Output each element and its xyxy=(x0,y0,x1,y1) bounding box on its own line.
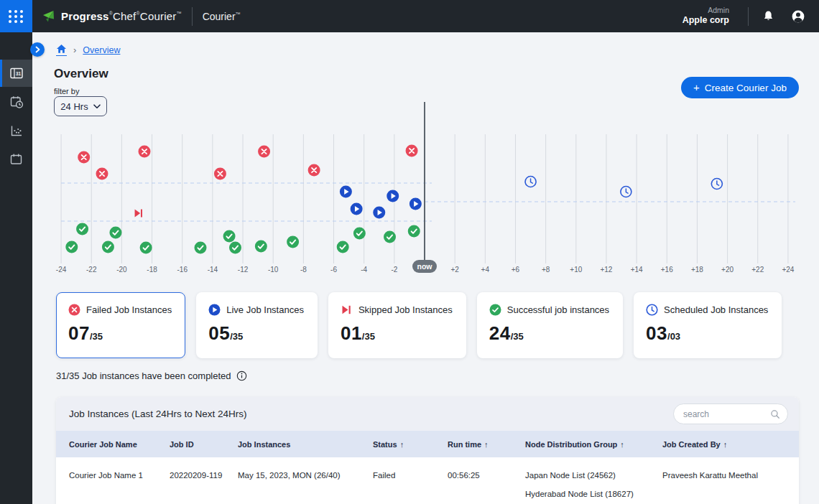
breadcrumb: › Overview xyxy=(56,44,120,56)
stat-total: /35 xyxy=(362,331,375,342)
failed-marker-icon[interactable] xyxy=(139,146,151,158)
live-marker-icon[interactable] xyxy=(373,207,385,219)
search-input[interactable] xyxy=(683,409,770,419)
svg-text:+8: +8 xyxy=(542,266,550,274)
failed-marker-icon[interactable] xyxy=(406,145,418,157)
notifications-button[interactable] xyxy=(753,0,783,32)
table-title: Job Instances (Last 24Hrs to Next 24Hrs) xyxy=(69,409,247,419)
successful-marker-icon[interactable] xyxy=(65,241,78,253)
breadcrumb-current-link[interactable]: Overview xyxy=(83,45,120,55)
column-header-job-id[interactable]: Job ID xyxy=(170,440,238,449)
skipped-marker-icon[interactable] xyxy=(135,210,142,218)
cell-run-time: 00:56:25 xyxy=(448,470,525,481)
account-button[interactable] xyxy=(783,0,813,32)
failed-marker-icon[interactable] xyxy=(96,168,108,180)
successful-marker-icon[interactable] xyxy=(337,241,349,253)
svg-text:-6: -6 xyxy=(330,266,337,274)
failed-marker-icon[interactable] xyxy=(214,168,226,180)
live-marker-icon[interactable] xyxy=(387,190,399,202)
home-icon xyxy=(56,44,67,54)
column-header-status[interactable]: Status↑ xyxy=(373,440,448,449)
sidebar-item-scheduled-jobs[interactable] xyxy=(0,88,32,116)
successful-marker-icon[interactable] xyxy=(76,223,88,235)
table-column-headers: Courier Job Name Job ID Job Instances St… xyxy=(56,431,799,457)
sidebar-item-job-metrics[interactable] xyxy=(0,117,32,144)
column-header-courier-job-name[interactable]: Courier Job Name xyxy=(69,440,170,449)
scheduled-marker-icon[interactable] xyxy=(525,177,536,187)
sort-ascending-icon[interactable]: ↑ xyxy=(620,440,624,449)
now-badge: now xyxy=(412,260,437,273)
user-identity: Admin Apple corp xyxy=(682,6,729,27)
successful-marker-icon[interactable] xyxy=(229,242,241,254)
successful-marker-icon[interactable] xyxy=(195,242,207,254)
scheduled-marker-icon[interactable] xyxy=(621,187,631,197)
cell-node-distribution-group: Japan Node List (24562)Hyderabad Node Li… xyxy=(525,470,662,500)
info-icon[interactable] xyxy=(236,370,247,381)
table-row[interactable]: Courier Job Name 1 20220209-119 May 15, … xyxy=(56,457,799,500)
successful-marker-icon[interactable] xyxy=(109,227,121,239)
page-title: Overview xyxy=(54,67,108,81)
successful-marker-icon[interactable] xyxy=(223,230,236,243)
stat-value: 03 xyxy=(646,322,667,344)
stat-card-successful[interactable]: Successful job instances 24/35 xyxy=(477,292,623,358)
stat-card-live[interactable]: Live Job Instances 05/35 xyxy=(196,292,318,358)
successful-marker-icon[interactable] xyxy=(255,241,267,253)
create-courier-job-button[interactable]: + Create Courier Job xyxy=(681,77,799,98)
failed-icon xyxy=(68,304,80,316)
sort-ascending-icon[interactable]: ↑ xyxy=(484,440,489,449)
column-header-job-created-by[interactable]: Job Created By↑ xyxy=(662,440,786,449)
stat-value: 24 xyxy=(489,322,511,344)
successful-marker-icon[interactable] xyxy=(140,242,152,254)
successful-marker-icon[interactable] xyxy=(287,236,299,248)
sidebar-expand-button[interactable] xyxy=(30,42,45,57)
stat-card-scheduled[interactable]: Scheduled Job Instances 03/03 xyxy=(634,292,782,358)
failed-marker-icon[interactable] xyxy=(78,151,90,164)
column-header-job-instances[interactable]: Job Instances xyxy=(238,440,373,449)
calendar-icon xyxy=(9,152,24,167)
breadcrumb-separator: › xyxy=(73,45,76,55)
breadcrumb-home-link[interactable] xyxy=(56,44,67,56)
stat-total: /35 xyxy=(511,331,524,342)
user-avatar-icon xyxy=(791,9,805,24)
live-marker-icon[interactable] xyxy=(340,186,352,198)
app-switcher-button[interactable] xyxy=(0,0,32,32)
svg-text:now: now xyxy=(417,262,433,271)
successful-marker-icon[interactable] xyxy=(384,231,396,243)
svg-text:-22: -22 xyxy=(86,266,97,274)
completed-summary-text: 31/35 Job instances have been completed xyxy=(56,370,231,381)
successful-marker-icon[interactable] xyxy=(353,228,366,240)
failed-marker-icon[interactable] xyxy=(258,146,270,158)
stat-card-label: Scheduled Job Instances xyxy=(664,304,768,315)
nav-divider xyxy=(748,7,749,26)
cell-courier-job-name[interactable]: Courier Job Name 1 xyxy=(69,470,170,481)
overview-calendar-icon: 31 xyxy=(9,66,24,80)
scheduled-marker-icon[interactable] xyxy=(711,179,722,190)
timeline-chart-area: -24-22-20-18-16-14-12-10-8-6-4-2+2+4+6+8… xyxy=(32,99,819,279)
sidebar-item-overview[interactable]: 31 xyxy=(0,60,32,87)
successful-marker-icon[interactable] xyxy=(102,241,114,253)
stat-card-failed[interactable]: Failed Job Instances 07/35 xyxy=(56,292,185,358)
stat-value: 07 xyxy=(68,322,90,344)
search-icon[interactable] xyxy=(770,409,780,419)
user-role: Admin xyxy=(682,6,729,15)
nav-divider xyxy=(192,7,193,26)
live-marker-icon[interactable] xyxy=(410,198,422,210)
stat-card-skipped[interactable]: Skipped Job Instances 01/35 xyxy=(328,292,466,358)
column-header-run-time[interactable]: Run time↑ xyxy=(448,440,525,449)
failed-marker-icon[interactable] xyxy=(308,164,320,177)
svg-text:+20: +20 xyxy=(721,266,734,274)
stat-card-label: Skipped Job Instances xyxy=(358,304,453,315)
sort-ascending-icon[interactable]: ↑ xyxy=(723,440,728,449)
successful-marker-icon[interactable] xyxy=(408,225,420,238)
live-marker-icon[interactable] xyxy=(351,203,363,215)
svg-text:-24: -24 xyxy=(56,266,67,274)
stat-card-label: Failed Job Instances xyxy=(86,304,172,315)
sort-ascending-icon[interactable]: ↑ xyxy=(400,440,404,449)
timeline-chart: -24-22-20-18-16-14-12-10-8-6-4-2+2+4+6+8… xyxy=(32,99,819,279)
skipped-icon xyxy=(341,304,353,316)
column-header-node-distribution-group[interactable]: Node Distribution Group↑ xyxy=(525,440,662,449)
svg-text:+2: +2 xyxy=(450,266,459,274)
svg-text:+22: +22 xyxy=(751,266,764,274)
sidebar-item-calendar[interactable] xyxy=(0,146,32,173)
stat-card-label: Successful job instances xyxy=(507,304,609,315)
